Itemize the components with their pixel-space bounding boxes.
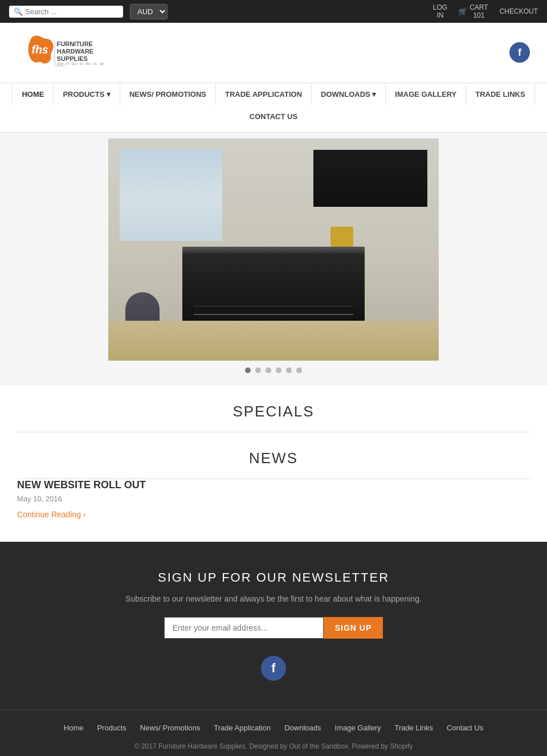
footer-link-products[interactable]: Products (90, 721, 133, 734)
top-bar: 🔍 AUD USD EUR GBP LOGIN 🛒 CART101 CHECKO… (0, 0, 547, 23)
cart-link[interactable]: 🛒 CART101 (459, 3, 488, 19)
nav-item-products[interactable]: PRODUCTS ▾ (54, 83, 120, 105)
news-articles: NEW WEBSITE ROLL OUT May 10, 2016 Contin… (0, 479, 547, 542)
fhs-logo: fhs FURNITURE HARDWARE SUPPLIES NSW · NT… (17, 32, 114, 73)
main-nav: HOME PRODUCTS ▾ NEWS/ PROMOTIONS TRADE A… (0, 83, 547, 133)
slider-dot-2[interactable] (255, 367, 261, 373)
nav-item-news-promotions[interactable]: NEWS/ PROMOTIONS (120, 83, 216, 105)
facebook-footer-link[interactable]: f (261, 656, 286, 681)
svg-text:FURNITURE: FURNITURE (57, 40, 93, 47)
slider-dot-1[interactable] (245, 367, 251, 373)
nav-row-2: CONTACT US (0, 105, 547, 132)
cart-icon: 🛒 (459, 7, 467, 15)
search-icon: 🔍 (14, 7, 23, 16)
currency-select[interactable]: AUD USD EUR GBP (130, 4, 168, 19)
newsletter-subtitle: Subscribe to our newsletter and always b… (11, 594, 536, 603)
continue-reading-link[interactable]: Continue Reading › (17, 510, 86, 519)
footer-link-contact-us[interactable]: Contact Us (440, 721, 490, 734)
news-title: NEWS (0, 432, 547, 479)
footer-links-section: Home Products News/ Promotions Trade App… (0, 709, 547, 756)
kitchen-scene (108, 138, 439, 361)
continue-reading-text: Continue Reading (17, 510, 81, 519)
top-bar-right: LOGIN 🛒 CART101 CHECKOUT (433, 3, 538, 19)
slider-dot-5[interactable] (286, 367, 292, 373)
newsletter-signup-button[interactable]: SIGN UP (324, 617, 383, 639)
nav-row-1: HOME PRODUCTS ▾ NEWS/ PROMOTIONS TRADE A… (0, 83, 547, 105)
newsletter-email-input[interactable] (164, 617, 324, 639)
news-article-1: NEW WEBSITE ROLL OUT May 10, 2016 Contin… (17, 479, 530, 519)
slider-container (108, 138, 439, 361)
floor (108, 321, 439, 361)
slider-dots (245, 361, 302, 380)
newsletter-section: SIGN UP FOR OUR NEWSLETTER Subscribe to … (0, 542, 547, 709)
checkout-link[interactable]: CHECKOUT (500, 7, 538, 15)
nav-item-contact-us[interactable]: CONTACT US (240, 105, 307, 128)
window-bg (120, 150, 222, 241)
footer-link-image-gallery[interactable]: Image Gallery (328, 721, 388, 734)
footer-copyright: © 2017 Furniture Hardware Supplies. Desi… (11, 742, 536, 750)
svg-text:GROUP: GROUP (56, 64, 66, 67)
svg-text:fhs: fhs (32, 43, 48, 56)
nav-item-image-gallery[interactable]: IMAGE GALLERY (386, 83, 466, 105)
nav-item-downloads[interactable]: DOWNLOADS ▾ (312, 83, 386, 105)
article-date: May 10, 2016 (17, 495, 530, 503)
nav-item-home[interactable]: HOME (12, 83, 54, 105)
newsletter-form: SIGN UP (11, 617, 536, 639)
footer-link-home[interactable]: Home (57, 721, 91, 734)
article-title: NEW WEBSITE ROLL OUT (17, 479, 530, 491)
search-input[interactable] (25, 7, 116, 16)
newsletter-title: SIGN UP FOR OUR NEWSLETTER (11, 570, 536, 585)
slider-dot-3[interactable] (266, 367, 271, 373)
specials-title: SPECIALS (0, 386, 547, 432)
footer-links: Home Products News/ Promotions Trade App… (11, 721, 536, 734)
nav-item-trade-application[interactable]: TRADE APPLICATION (216, 83, 312, 105)
slider-dot-4[interactable] (276, 367, 281, 373)
footer-link-trade-application[interactable]: Trade Application (207, 721, 277, 734)
kitchen-island (182, 247, 365, 326)
log-in-link[interactable]: LOGIN (433, 3, 447, 19)
site-header: fhs FURNITURE HARDWARE SUPPLIES NSW · NT… (0, 23, 547, 83)
hero-slider (0, 133, 547, 386)
search-wrap: 🔍 (9, 6, 123, 18)
svg-text:HARDWARE: HARDWARE (57, 48, 93, 55)
logo-area[interactable]: fhs FURNITURE HARDWARE SUPPLIES NSW · NT… (17, 32, 114, 73)
svg-text:SUPPLIES: SUPPLIES (57, 55, 88, 62)
footer-link-downloads[interactable]: Downloads (277, 721, 328, 734)
news-section: NEWS NEW WEBSITE ROLL OUT May 10, 2016 C… (0, 432, 547, 542)
footer-link-trade-links[interactable]: Trade Links (387, 721, 439, 734)
nav-item-trade-links[interactable]: TRADE LINKS (466, 83, 534, 105)
svg-rect-5 (55, 42, 55, 67)
specials-section: SPECIALS (0, 386, 547, 432)
slider-dot-6[interactable] (296, 367, 302, 373)
footer-link-news-promotions[interactable]: News/ Promotions (133, 721, 207, 734)
facebook-header-link[interactable]: f (509, 42, 530, 63)
cart-label: CART101 (470, 3, 488, 19)
continue-reading-arrow: › (83, 510, 86, 519)
